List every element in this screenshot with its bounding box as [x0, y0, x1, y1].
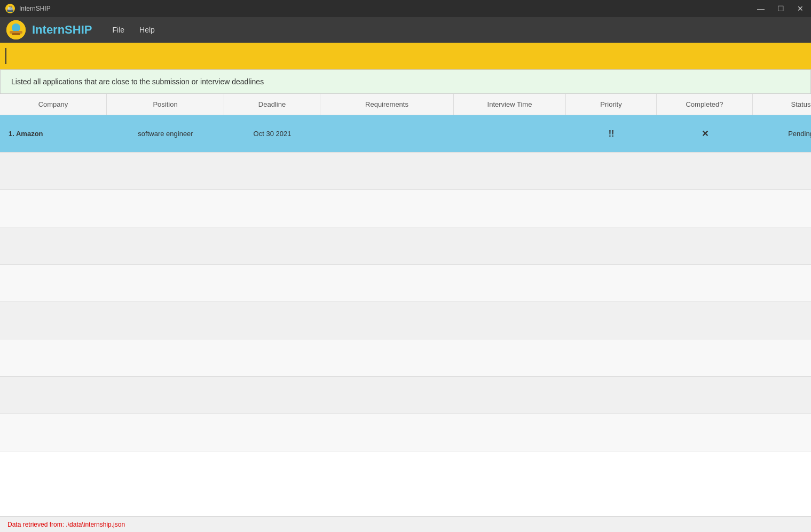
- status-cell: [753, 202, 811, 215]
- file-menu[interactable]: File: [107, 23, 130, 36]
- completed-cell: [657, 389, 753, 402]
- search-input[interactable]: [5, 48, 166, 64]
- position-cell: software engineer: [107, 123, 224, 144]
- table-row[interactable]: [0, 414, 811, 451]
- requirements-cell: [320, 352, 454, 364]
- help-menu[interactable]: Help: [134, 23, 160, 36]
- table-row[interactable]: [0, 153, 811, 190]
- requirements-cell: [320, 277, 454, 290]
- deadline-cell: [224, 277, 320, 290]
- info-banner: Listed all applications that are close t…: [0, 69, 811, 94]
- title-bar-controls: — ☐ ✕: [755, 4, 806, 13]
- header-deadline: Deadline: [224, 94, 320, 115]
- priority-cell: [566, 202, 657, 215]
- priority-cell: [566, 352, 657, 364]
- svg-point-3: [12, 23, 20, 32]
- header-status: Status: [753, 94, 811, 115]
- requirements-cell: [320, 128, 454, 140]
- interview-time-cell: [454, 128, 566, 140]
- footer: Data retrieved from: .\data\internship.j…: [0, 516, 811, 532]
- menu-bar: InternSHIP File Help: [0, 17, 811, 43]
- position-cell: [107, 426, 224, 439]
- app-icon: 🚢: [5, 4, 15, 13]
- company-cell: [0, 202, 107, 215]
- deadline-cell: [224, 202, 320, 215]
- company-cell: [0, 165, 107, 178]
- priority-cell: !!: [566, 123, 657, 145]
- company-cell: [0, 314, 107, 327]
- restore-button[interactable]: ☐: [775, 4, 786, 13]
- requirements-cell: [320, 202, 454, 215]
- deadline-cell: [224, 389, 320, 402]
- title-bar-text: InternSHIP: [19, 5, 51, 12]
- status-cell: [753, 314, 811, 327]
- requirements-cell: [320, 389, 454, 402]
- svg-rect-5: [12, 33, 20, 35]
- status-cell: [753, 240, 811, 252]
- table-row[interactable]: [0, 339, 811, 377]
- requirements-cell: [320, 314, 454, 327]
- priority-cell: [566, 277, 657, 290]
- position-cell: [107, 165, 224, 178]
- close-button[interactable]: ✕: [795, 4, 806, 13]
- info-banner-text: Listed all applications that are close t…: [11, 77, 264, 86]
- interview-time-cell: [454, 165, 566, 178]
- company-cell: 1. Amazon: [0, 123, 107, 144]
- company-cell: [0, 426, 107, 439]
- completed-cell: [657, 240, 753, 252]
- footer-text: Data retrieved from: .\data\internship.j…: [7, 521, 125, 528]
- table-header: Company Position Deadline Requirements I…: [0, 94, 811, 115]
- interview-time-cell: [454, 389, 566, 402]
- completed-cell: ✕: [657, 122, 753, 145]
- priority-cell: [566, 426, 657, 439]
- position-cell: [107, 277, 224, 290]
- header-company: Company: [0, 94, 107, 115]
- deadline-cell: [224, 352, 320, 364]
- priority-cell: [566, 165, 657, 178]
- status-cell: [753, 389, 811, 402]
- table-row[interactable]: [0, 302, 811, 339]
- status-cell: [753, 426, 811, 439]
- header-position: Position: [107, 94, 224, 115]
- completed-cell: [657, 426, 753, 439]
- position-cell: [107, 314, 224, 327]
- title-bar: 🚢 InternSHIP — ☐ ✕: [0, 0, 811, 17]
- completed-cell: [657, 202, 753, 215]
- header-requirements: Requirements: [320, 94, 454, 115]
- deadline-cell: [224, 165, 320, 178]
- completed-cell: [657, 165, 753, 178]
- table-row[interactable]: [0, 265, 811, 302]
- status-cell: [753, 277, 811, 290]
- deadline-cell: [224, 426, 320, 439]
- header-completed: Completed?: [657, 94, 753, 115]
- table-container: Company Position Deadline Requirements I…: [0, 94, 811, 516]
- search-bar: [0, 43, 811, 69]
- header-interview-time: Interview Time: [454, 94, 566, 115]
- priority-cell: [566, 240, 657, 252]
- table-row[interactable]: [0, 377, 811, 414]
- minimize-button[interactable]: —: [755, 4, 767, 13]
- interview-time-cell: [454, 240, 566, 252]
- priority-cell: [566, 389, 657, 402]
- position-cell: [107, 352, 224, 364]
- interview-time-cell: [454, 202, 566, 215]
- company-cell: [0, 389, 107, 402]
- table-body: 1. Amazonsoftware engineerOct 30 2021!!✕…: [0, 115, 811, 516]
- table-row[interactable]: [0, 227, 811, 265]
- table-row[interactable]: 1. Amazonsoftware engineerOct 30 2021!!✕…: [0, 115, 811, 153]
- table-row[interactable]: [0, 190, 811, 227]
- requirements-cell: [320, 240, 454, 252]
- completed-cell: [657, 314, 753, 327]
- position-cell: [107, 202, 224, 215]
- svg-text:🚢: 🚢: [6, 5, 14, 12]
- deadline-cell: [224, 240, 320, 252]
- app-logo: [6, 20, 26, 39]
- app-title: InternSHIP: [32, 23, 92, 37]
- interview-time-cell: [454, 352, 566, 364]
- priority-cell: [566, 314, 657, 327]
- status-cell: [753, 352, 811, 364]
- completed-cell: [657, 352, 753, 364]
- completed-cell: [657, 277, 753, 290]
- interview-time-cell: [454, 314, 566, 327]
- position-cell: [107, 389, 224, 402]
